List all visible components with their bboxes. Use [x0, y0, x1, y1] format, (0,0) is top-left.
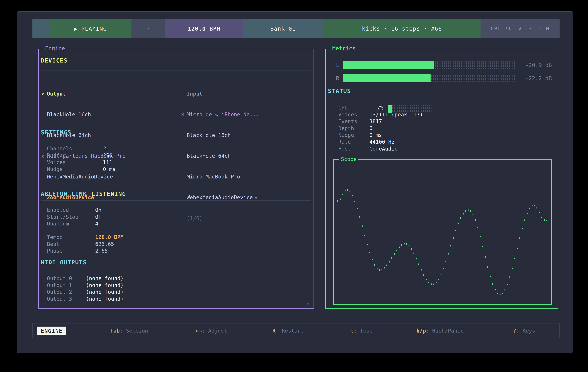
divider: [41, 269, 311, 269]
scope-dot: [507, 284, 508, 285]
tempo-row: Tempo120.0 BPM: [47, 234, 63, 241]
link-label: Enabled: [47, 207, 69, 213]
keyhint-hush-panic: h/p: Hush/Panic: [416, 328, 464, 334]
tempo-value[interactable]: 120.0 BPM: [95, 234, 124, 241]
scope-dot: [391, 257, 392, 259]
key-label: ?: [513, 328, 516, 334]
status-label: Rate: [338, 139, 351, 145]
scope-dot: [404, 243, 405, 244]
divider: [41, 70, 311, 70]
status-row-host: HostCoreAudio: [338, 145, 357, 152]
scope-dot: [527, 213, 528, 214]
metrics-panel: Metrics L -20.9 dB R -22.2 dB STATUS CPU…: [325, 49, 558, 309]
link-value[interactable]: On: [95, 207, 102, 213]
settings-section-header: SETTINGS: [41, 129, 71, 136]
status-value: 0: [369, 125, 372, 132]
scope-dot: [372, 259, 373, 260]
scope-dot: [455, 230, 456, 231]
device-option-input-header[interactable]: Input: [181, 90, 259, 97]
scope-dot: [384, 267, 385, 269]
scope-dot: [438, 279, 439, 280]
device-option[interactable]: WebexMediaAudioDevice▼: [181, 194, 259, 201]
status-table: CPU7% Voices13/111 (peak: 17) Events3817…: [338, 104, 357, 152]
scope-panel-title: Scope: [339, 156, 358, 162]
scope-dot: [492, 283, 493, 285]
midi-output-value: (none found): [86, 289, 124, 295]
scope-dot: [480, 236, 481, 237]
column-divider: [174, 76, 174, 124]
scope-dot: [465, 211, 466, 212]
status-label: CPU: [338, 105, 348, 111]
scope-dot: [428, 282, 429, 283]
scope-dot: [534, 205, 535, 206]
device-option[interactable]: WebexMediaAudioDevice: [41, 173, 126, 180]
setting-label: Buffer: [47, 152, 66, 159]
status-label: Nudge: [338, 132, 354, 138]
scope-dot: [342, 194, 343, 195]
midi-output-row: Output 0(none found): [47, 275, 72, 282]
scope-dot: [497, 293, 498, 294]
scope-dot: [364, 235, 365, 236]
scope-dot: [477, 227, 478, 228]
link-row: Quantum4: [47, 220, 78, 227]
meter-right: R -22.2 dB: [326, 74, 558, 82]
scope-waveform: [337, 163, 548, 301]
status-label: Events: [338, 118, 357, 124]
setting-value[interactable]: 0 ms: [103, 166, 116, 173]
setting-value[interactable]: 2: [103, 145, 106, 152]
midi-output-label: Output 2: [47, 289, 72, 295]
link-status-badge: LISTENING: [92, 191, 126, 197]
scroll-down-icon[interactable]: ▼: [307, 301, 310, 307]
ableton-link-section-header: ABLETON LINK LISTENING: [41, 191, 87, 197]
scope-dot: [504, 289, 505, 291]
phase-value: 2.65: [95, 247, 108, 254]
link-tempo-table: Tempo120.0 BPM Beat626.65 Phase2.65: [47, 234, 63, 254]
midi-outputs-section-header: MIDI OUTPUTS: [41, 259, 87, 266]
scope-dot: [470, 210, 471, 212]
device-option[interactable]: BlackHole 64ch: [181, 152, 259, 160]
scope-dot: [522, 228, 523, 229]
status-label: Host: [338, 146, 351, 152]
beat-value: 626.65: [95, 241, 114, 248]
divider: [41, 200, 311, 201]
link-value[interactable]: 4: [95, 220, 98, 227]
transport-status: ▶ PLAYING: [49, 19, 132, 38]
scope-dot: [406, 243, 407, 245]
scope-dot: [475, 219, 476, 221]
meter-left: L -20.9 dB: [326, 61, 558, 69]
key-label: h/p: [416, 328, 426, 334]
setting-value[interactable]: 111: [103, 159, 112, 166]
keyhint-keys: ?: Keys: [513, 328, 535, 334]
link-label: Quantum: [47, 221, 69, 227]
setting-value[interactable]: 256: [103, 152, 112, 159]
device-option[interactable]: Micro MacBook Pro: [181, 173, 259, 180]
link-value[interactable]: Off: [95, 213, 105, 221]
midi-outputs-table: Output 0(none found) Output 1(none found…: [47, 275, 72, 302]
dropdown-arrow-icon[interactable]: ▼: [255, 195, 257, 200]
status-row-events: Events3817: [338, 118, 357, 125]
device-option-active[interactable]: xMicro de « iPhone de...: [181, 111, 259, 118]
meter-right-label: R: [336, 75, 339, 81]
scope-dot: [495, 289, 496, 291]
divider: [41, 142, 311, 142]
key-separator: :: [354, 328, 360, 334]
status-value: 0 ms: [369, 132, 382, 139]
scope-dot: [377, 268, 378, 269]
device-option[interactable]: BlackHole 16ch: [181, 132, 259, 139]
keyhint-restart: R: Restart: [272, 328, 304, 334]
meter-right-track: [343, 74, 515, 82]
scope-dot: [490, 276, 491, 277]
device-option[interactable]: BlackHole 16ch: [41, 111, 126, 118]
scope-dot: [349, 191, 350, 193]
selection-caret-icon: >: [41, 90, 47, 97]
scope-dot: [472, 214, 473, 215]
hint-label: Keys: [523, 328, 535, 334]
idle-dot-icon: ·: [147, 26, 150, 31]
device-option-output-header[interactable]: >Output: [41, 90, 126, 97]
device-page-indicator: (1/6): [181, 215, 259, 222]
status-value: 3817: [369, 118, 382, 125]
scope-dot: [539, 212, 540, 213]
play-icon-and-label: ▶ PLAYING: [74, 26, 107, 32]
app-window: ▶ PLAYING · 120.0 BPM Bank 01 kicks · 16…: [17, 11, 573, 353]
scope-dot: [386, 264, 387, 266]
